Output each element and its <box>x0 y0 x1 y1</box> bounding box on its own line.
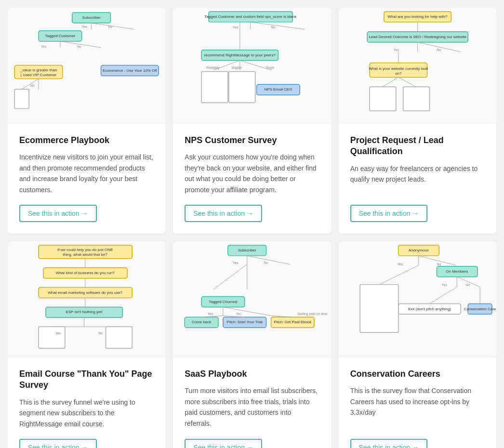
card-grid: Subscriber Yes No Tagged Customer Yes No… <box>8 8 496 448</box>
diagram-nps: Tagged Customer and custom field nps_sco… <box>173 8 331 123</box>
svg-text:Yes: Yes <box>233 26 239 29</box>
svg-text:No: No <box>437 48 441 52</box>
card-ecommerce: Subscriber Yes No Tagged Customer Yes No… <box>8 8 165 234</box>
svg-text:No: No <box>264 261 268 264</box>
card-nps: Tagged Customer and custom field nps_sco… <box>173 8 331 234</box>
diagram-ecommerce: Subscriber Yes No Tagged Customer Yes No… <box>8 8 165 123</box>
svg-rect-17 <box>14 89 29 108</box>
svg-text:Anonymous: Anonymous <box>408 248 428 252</box>
card-title-ecommerce: Ecommerce Playbook <box>19 135 154 146</box>
svg-text:ESP isn't Nothing yet!: ESP isn't Nothing yet! <box>66 310 103 314</box>
svg-text:No: No <box>237 312 241 316</box>
svg-text:Tagged Churned: Tagged Churned <box>209 300 238 304</box>
svg-text:Subscriber: Subscriber <box>238 248 256 252</box>
svg-line-55 <box>383 77 398 87</box>
svg-text:Yes: Yes <box>394 48 399 52</box>
action-btn-saas[interactable]: See this in action → <box>185 439 262 448</box>
svg-text:| Used VIP Customer: | Used VIP Customer <box>21 73 57 77</box>
card-title-saas: SaaS Playbook <box>185 369 319 380</box>
diagram-email-course: If we could help you do just ONE thing, … <box>8 241 165 357</box>
svg-text:Yes: Yes <box>55 331 61 335</box>
svg-text:Nope: Nope <box>266 66 275 70</box>
card-content-ecommerce: Ecommerce Playbook Incentivize new visit… <box>8 123 165 234</box>
svg-text:On Members: On Members <box>446 269 468 274</box>
svg-line-56 <box>398 77 416 87</box>
svg-text:No: No <box>437 263 441 266</box>
card-content-project: Project Request / Lead Qualification An … <box>339 123 496 234</box>
svg-line-81 <box>247 256 291 264</box>
card-title-conservation: Conservation Careers <box>350 369 485 380</box>
action-btn-conservation[interactable]: See this in action → <box>350 439 428 448</box>
action-btn-email-course[interactable]: See this in action → <box>19 439 97 448</box>
card-desc-ecommerce: Incentivize new visitors to join your em… <box>19 152 154 195</box>
svg-rect-71 <box>106 327 132 348</box>
svg-text:Maybe: Maybe <box>232 66 242 70</box>
svg-rect-53 <box>370 87 396 111</box>
svg-text:Ecommerce - Use Your 10% Off: Ecommerce - Use Your 10% Off <box>103 68 157 73</box>
svg-text:Conservation Care: Conservation Care <box>464 306 496 311</box>
svg-text:What are you looking for help : What are you looking for help with? <box>387 14 448 19</box>
action-btn-ecommerce[interactable]: See this in action → <box>19 205 97 222</box>
svg-text:Yes: Yes <box>233 261 239 264</box>
svg-text:What is your website currently: What is your website currently built <box>369 66 428 71</box>
svg-text:Lead Desired Outcome is SEO / : Lead Desired Outcome is SEO / Redesignin… <box>369 35 466 39</box>
svg-text:If we could help you do just O: If we could help you do just ONE <box>57 248 113 252</box>
card-desc-project: An easy way for freelancers or agencies … <box>350 163 485 195</box>
svg-line-26 <box>251 22 305 29</box>
card-title-project: Project Request / Lead Qualification <box>350 135 485 158</box>
svg-text:NPS Email CEO: NPS Email CEO <box>265 87 292 92</box>
svg-text:Subscriber: Subscriber <box>82 15 101 20</box>
svg-text:No: No <box>465 283 470 287</box>
svg-line-82 <box>213 264 247 290</box>
card-content-nps: NPS Customer Survey Ask your customers h… <box>173 123 331 234</box>
svg-text:Yes: Yes <box>82 25 88 28</box>
svg-text:thing, what would that be?: thing, what would that be? <box>63 252 107 257</box>
card-title-email-course: Email Course "Thank You" Page Survey <box>19 369 154 391</box>
svg-text:Probably: Probably <box>206 66 220 70</box>
svg-line-5 <box>92 23 135 29</box>
svg-rect-36 <box>201 71 228 103</box>
svg-line-89 <box>223 307 271 316</box>
svg-text:Pitch: Get Paid Ebook: Pitch: Get Paid Ebook <box>274 320 312 324</box>
card-desc-conservation: This is the survey flow that Conservatio… <box>350 385 485 429</box>
card-desc-saas: Turn more visitors into email list subsc… <box>185 385 319 429</box>
svg-line-118 <box>379 265 419 285</box>
diagram-project: What are you looking for help with? Lead… <box>339 8 496 123</box>
svg-text:What email marketing software : What email marketing software do you use… <box>48 290 122 295</box>
diagram-conservation: Anonymous Yes No On Members Yes No Exit … <box>339 241 496 357</box>
svg-text:No: No <box>99 331 103 335</box>
svg-text:Yes: Yes <box>208 312 213 316</box>
svg-text:Pitch: Start Your Trial: Pitch: Start Your Trial <box>227 320 263 324</box>
card-title-nps: NPS Customer Survey <box>185 135 319 146</box>
card-saas: Subscriber Yes No Tagged Churned Yes No … <box>173 241 331 448</box>
card-desc-email-course: This is the survey funnel we're using to… <box>19 397 154 429</box>
svg-text:Come back: Come back <box>192 320 211 324</box>
svg-text:No: No <box>77 45 81 48</box>
svg-text:Tagged Customer: Tagged Customer <box>45 34 76 38</box>
svg-rect-119 <box>360 285 398 333</box>
action-btn-project[interactable]: See this in action → <box>350 205 428 222</box>
card-content-email-course: Email Course "Thank You" Page Survey Thi… <box>8 357 165 448</box>
svg-text:Yes: Yes <box>441 283 447 287</box>
svg-rect-54 <box>403 87 429 111</box>
card-content-conservation: Conservation Careers This is the survey … <box>339 357 496 448</box>
svg-text:Getting paid on time: Getting paid on time <box>298 312 328 316</box>
card-content-saas: SaaS Playbook Turn more visitors into em… <box>173 357 331 448</box>
svg-text:Exit (don't pitch anything): Exit (don't pitch anything) <box>408 306 451 311</box>
svg-rect-37 <box>229 71 255 103</box>
card-project: What are you looking for help with? Lead… <box>339 8 496 234</box>
action-btn-nps[interactable]: See this in action → <box>185 205 262 222</box>
svg-text:No: No <box>271 26 276 29</box>
svg-text:Yes: Yes <box>398 263 403 266</box>
card-conservation: Anonymous Yes No On Members Yes No Exit … <box>339 241 496 448</box>
diagram-saas: Subscriber Yes No Tagged Churned Yes No … <box>173 241 331 357</box>
svg-text:Yes: Yes <box>41 45 47 48</box>
svg-line-116 <box>429 287 457 304</box>
card-email-course: If we could help you do just ONE thing, … <box>8 241 165 448</box>
svg-text:on?: on? <box>395 71 402 76</box>
svg-text:_value is greater than: _value is greater than <box>20 68 57 72</box>
svg-text:recommend RightMessage to your: recommend RightMessage to your peers? <box>204 53 276 57</box>
svg-text:Tagged Customer and custom fie: Tagged Customer and custom field nps_sco… <box>205 14 297 19</box>
svg-text:What kind of business do you r: What kind of business do you run? <box>56 271 115 275</box>
card-desc-nps: Ask your customers how you're doing when… <box>185 152 319 195</box>
